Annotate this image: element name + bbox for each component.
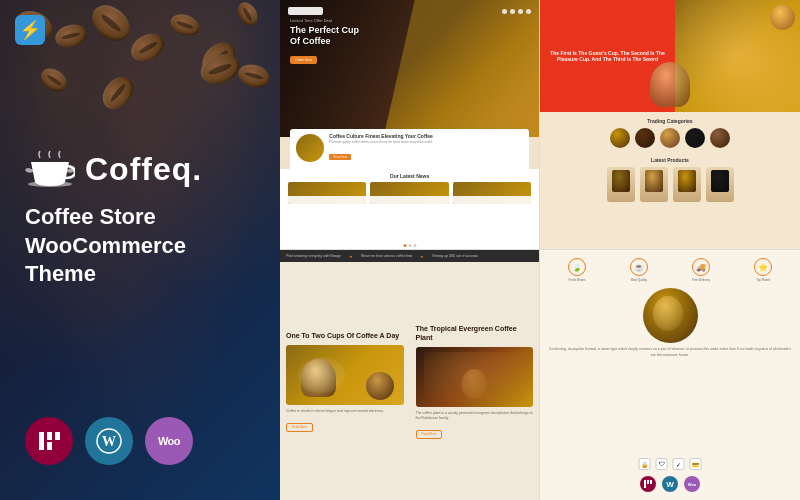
tr-categories-section: Trading Categories [540,115,800,151]
svg-rect-1 [39,432,44,450]
promo-coffee-img [296,134,324,162]
br-icons-row: 🍃 Fresh Beans ☕ Best Quality 🚚 Free Deli… [546,258,794,282]
svg-text:W: W [102,434,116,449]
lightning-icon: ⚡ [19,19,41,41]
br-features: 🍃 Fresh Beans ☕ Best Quality 🚚 Free Deli… [540,250,800,282]
category-5 [710,128,730,148]
bl-section-cups: One To Two Cups Of Coffee A Day Coffee i… [280,263,410,500]
security-icon-4: 💳 [690,458,702,470]
feature-icon-1: 🍃 [568,258,586,276]
security-icon-3: ✓ [673,458,685,470]
br-wordpress-badge: W [662,476,678,492]
coffee-latte-img [770,5,795,30]
tr-hero-coffee-img [675,0,800,112]
hero-order-btn: Order Now [290,56,317,64]
br-social-badges: W Woo [640,476,700,492]
scroll-dot-3 [413,244,416,247]
cup-visual-2 [366,372,394,400]
nav-logo-sm [288,7,323,15]
tr-hero: The First Is The Guest's Cup. The Second… [540,0,800,112]
bl-s2-text: The coffee plant is a woody perennial ev… [416,411,534,422]
br-review-block: Confirming, its popular festival, a name… [540,347,800,358]
security-icon-2: 🛡 [656,458,668,470]
hero-text-block: Limited Time Offer Deal The Perfect Cup … [290,18,359,65]
woo-badge-text: Woo [158,435,180,447]
feature-1: 🍃 Fresh Beans [568,258,586,282]
logo-row: Coffeq. [25,150,255,188]
feature-2: ☕ Best Quality [630,258,648,282]
elementor-icon [36,428,62,454]
bl-coffee-plant-img [416,347,534,407]
tr-product-img-4 [711,170,729,192]
bl-marquee-bar: Find amazing everyday with Nango ★ Show … [280,250,539,262]
br-security-icons: 🔒 🛡 ✓ 💳 [639,458,702,470]
marquee-text-2: Show me how various coffee feat [361,254,413,258]
plugin-badges-row: W Woo [25,417,255,480]
nav-dot-2 [510,9,515,14]
marquee-separator-2: ★ [420,254,424,259]
promo-desc: Premium quality coffee beans sourced fro… [329,140,432,144]
tr-product-4 [706,167,734,202]
scroll-dots [403,244,416,247]
tagline: Coffee Store WooCommerce Theme [25,203,255,289]
logo-text: Coffeq. [85,151,202,188]
news-section: Our Latest News [280,169,539,249]
wordpress-badge: W [85,417,133,465]
hero-eyebrow: Limited Time Offer Deal [290,18,359,23]
screenshot-coffee-store-main: Limited Time Offer Deal The Perfect Cup … [280,0,540,250]
br-review-text: Confirming, its popular festival, a name… [548,347,792,358]
screenshot-coffee-detail: The First Is The Guest's Cup. The Second… [540,0,800,250]
tr-product-img-3 [678,170,696,192]
feature-label-4: Top Rated [756,278,770,282]
coffee-cup-img [675,62,690,107]
hero-h1-line2: Of Coffee [290,36,359,47]
nav-dot-3 [518,9,523,14]
elementor-badge [25,417,73,465]
br-center-coffee [540,288,800,343]
svg-rect-2 [47,432,52,440]
category-2 [635,128,655,148]
coffee-bean-11 [236,61,273,91]
coffeq-logo-icon [25,150,75,188]
news-item-3 [453,182,531,204]
left-panel: ⚡ Coffe [0,0,280,500]
feature-label-2: Best Quality [631,278,647,282]
bl-s1-text: Coffee is drunk to relieve fatigue and i… [286,409,404,414]
tr-product-2 [640,167,668,202]
nav-bar [288,5,531,17]
svg-rect-7 [644,480,646,488]
tr-product-3 [673,167,701,202]
woo-badge: Woo [145,417,193,465]
br-elementor-badge [640,476,656,492]
br-coffee-cup-main [643,288,698,343]
br-elementor-icon [643,479,653,489]
tr-categories-title: Trading Categories [548,118,792,124]
news-item-2 [370,182,448,204]
feature-icon-2: ☕ [630,258,648,276]
coffee-bean-10 [96,71,139,115]
promo-title: Coffee Culture Finest Elevating Your Cof… [329,133,432,139]
news-title: Our Latest News [288,173,531,179]
lightning-badge: ⚡ [15,15,45,45]
br-cup-highlight [653,296,683,331]
marquee-text-1: Find amazing everyday with Nango [286,254,341,258]
tr-product-1 [607,167,635,202]
right-panel: Limited Time Offer Deal The Perfect Cup … [280,0,800,500]
br-woo-badge: Woo [684,476,700,492]
screenshot-coffee-features: 🍃 Fresh Beans ☕ Best Quality 🚚 Free Deli… [540,250,800,500]
tr-quote-text: The First Is The Guest's Cup. The Second… [545,50,670,63]
plant-highlight [462,369,487,399]
tagline-line1: Coffee Store [25,203,255,232]
tr-product-img-2 [645,170,663,192]
hero-h1-line1: The Perfect Cup [290,25,359,36]
nav-dot-1 [502,9,507,14]
bl-s2-desc: The coffee plant is a woody perennial ev… [416,411,534,440]
screenshot-coffee-info: Find amazing everyday with Nango ★ Show … [280,250,540,500]
promo-btn: Shop Now [329,154,351,160]
tr-latest-title: Latest Products [548,157,792,163]
svg-rect-3 [47,442,52,450]
tagline-line2: WooCommerce [25,232,255,261]
bl-coffee-day-img [286,345,404,405]
middle-promo-section: Coffee Culture Finest Elevating Your Cof… [290,129,528,174]
coffee-bean-9 [37,64,71,96]
